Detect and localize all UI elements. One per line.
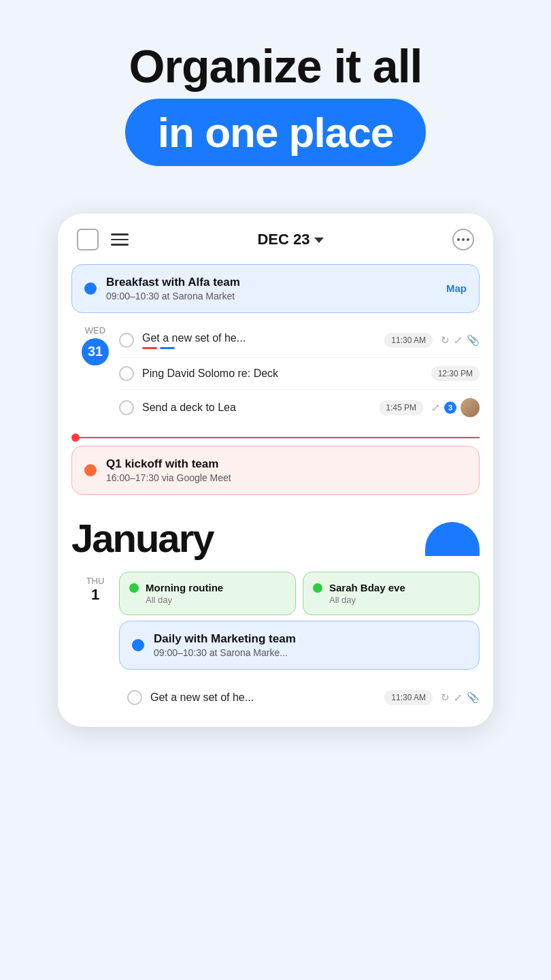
event-subtitle: 09:00–10:30 at Sarona Market: [106, 291, 437, 301]
task-row[interactable]: Send a deck to Lea 1:45 PM ⤢ 3: [119, 390, 480, 425]
task-text: Send a deck to Lea: [142, 402, 371, 414]
repeat-icon: ↻: [441, 691, 450, 704]
allday-card-sarah[interactable]: Sarah Bday eve All day: [303, 572, 480, 615]
hero-section: Organize it all in one place: [0, 0, 551, 186]
time-badge: 12:30 PM: [431, 366, 480, 381]
chevron-down-icon: [314, 238, 324, 243]
daily-event-title: Daily with Marketing team: [154, 632, 467, 646]
attachment-icon: 📎: [467, 691, 480, 704]
hamburger-menu-icon[interactable]: [111, 233, 129, 246]
task-checkbox[interactable]: [119, 366, 134, 381]
dot-green: [313, 583, 322, 593]
task-icons: ⤢ 3: [431, 398, 480, 417]
date-label: DEC 23: [257, 231, 310, 248]
day-name-thu: THU: [86, 576, 105, 586]
wed-31-section: WED 31 Get a new set of he... 11:30 AM ↻…: [58, 318, 493, 431]
header-left: [77, 229, 129, 250]
task-checkbox[interactable]: [119, 333, 134, 348]
time-dot: [71, 434, 80, 442]
task-text: Ping David Solomo re: Deck: [142, 368, 423, 380]
month-title: January: [71, 515, 425, 561]
allday-title: Sarah Bday eve: [329, 582, 405, 593]
task-row[interactable]: Ping David Solomo re: Deck 12:30 PM: [119, 358, 480, 390]
kickoff-event-card[interactable]: Q1 kickoff with team 16:00–17:30 via Goo…: [71, 446, 480, 495]
task-checkbox[interactable]: [127, 690, 142, 705]
map-link[interactable]: Map: [446, 282, 467, 294]
comment-badge: 3: [444, 402, 456, 414]
allday-row: Morning routine All day Sarah Bday eve A…: [119, 572, 480, 615]
more-options-icon[interactable]: [452, 229, 474, 250]
daily-event-sub: 09:00–10:30 at Sarona Marke...: [154, 647, 467, 658]
app-header: DEC 23: [58, 214, 493, 257]
avatar: [461, 398, 480, 417]
time-badge: 11:30 AM: [384, 690, 433, 705]
hero-badge: in one place: [125, 99, 426, 166]
kickoff-event-info: Q1 kickoff with team 16:00–17:30 via Goo…: [106, 457, 467, 483]
event-info: Breakfast with Alfa team 09:00–10:30 at …: [106, 276, 437, 301]
task-text: Get a new set of he...: [150, 691, 376, 704]
allday-card-morning[interactable]: Morning routine All day: [119, 572, 296, 615]
allday-sub: All day: [329, 595, 405, 605]
header-date[interactable]: DEC 23: [257, 231, 323, 248]
task-row[interactable]: Get a new set of he... 11:30 AM ↻ ⤢ 📎: [71, 682, 480, 713]
task-icons: ↻ ⤢ 📎: [441, 334, 480, 346]
jan-tasks: Morning routine All day Sarah Bday eve A…: [119, 572, 480, 675]
day-label-thu: THU 1: [71, 572, 119, 675]
allday-sub: All day: [146, 595, 223, 605]
day-name-wed: WED: [85, 325, 105, 336]
priority-bars: [142, 347, 376, 349]
kickoff-subtitle: 16:00–17:30 via Google Meet: [106, 472, 467, 483]
task-row[interactable]: Get a new set of he... 11:30 AM ↻ ⤢ 📎: [119, 324, 480, 358]
task-icons: ↻ ⤢ 📎: [441, 691, 480, 704]
current-time-line: [71, 434, 480, 442]
event-dot-orange: [84, 464, 97, 476]
dot-green: [129, 583, 139, 593]
time-bar: [80, 437, 480, 438]
tasks-list-wed: Get a new set of he... 11:30 AM ↻ ⤢ 📎 Pi…: [119, 324, 480, 425]
task-text: Get a new set of he...: [142, 332, 376, 344]
event-dot-blue: [132, 639, 144, 651]
hero-title-line2: in one place: [158, 108, 393, 157]
featured-event-card[interactable]: Breakfast with Alfa team 09:00–10:30 at …: [71, 264, 480, 313]
share-icon: ⤢: [431, 402, 440, 414]
time-badge: 1:45 PM: [379, 400, 423, 415]
day-num-1: 1: [91, 586, 99, 604]
allday-info: Sarah Bday eve All day: [329, 582, 405, 605]
day-num-31: 31: [82, 338, 109, 365]
bar-blue: [160, 347, 175, 349]
bar-red: [142, 347, 157, 349]
kickoff-title: Q1 kickoff with team: [106, 457, 467, 471]
attachment-icon: 📎: [467, 334, 480, 346]
bottom-tasks: Get a new set of he... 11:30 AM ↻ ⤢ 📎: [58, 679, 493, 720]
share-icon: ⤢: [454, 334, 463, 346]
featured-event-section: Breakfast with Alfa team 09:00–10:30 at …: [58, 257, 493, 313]
event-title: Breakfast with Alfa team: [106, 276, 437, 289]
repeat-icon: ↻: [441, 334, 450, 346]
thu-1-section: THU 1 Morning routine All day Sarah Bday…: [58, 568, 493, 679]
hero-title-line1: Organize it all: [129, 41, 422, 92]
month-shape-icon: [425, 522, 480, 556]
daily-event-info: Daily with Marketing team 09:00–10:30 at…: [154, 632, 467, 658]
allday-info: Morning routine All day: [146, 582, 223, 605]
daily-marketing-event[interactable]: Daily with Marketing team 09:00–10:30 at…: [119, 621, 480, 670]
task-checkbox[interactable]: [119, 400, 134, 415]
event-dot-blue: [84, 282, 97, 295]
day-label-wed: WED 31: [71, 324, 119, 425]
allday-title: Morning routine: [146, 582, 223, 593]
time-badge: 11:30 AM: [384, 333, 433, 348]
month-header: January: [58, 502, 493, 568]
share-icon: ⤢: [454, 691, 463, 704]
task-content: Get a new set of he...: [142, 332, 376, 349]
checkbox-icon[interactable]: [77, 229, 99, 250]
app-mockup-card: DEC 23 Breakfast with Alfa team 09:00–10…: [58, 214, 493, 727]
